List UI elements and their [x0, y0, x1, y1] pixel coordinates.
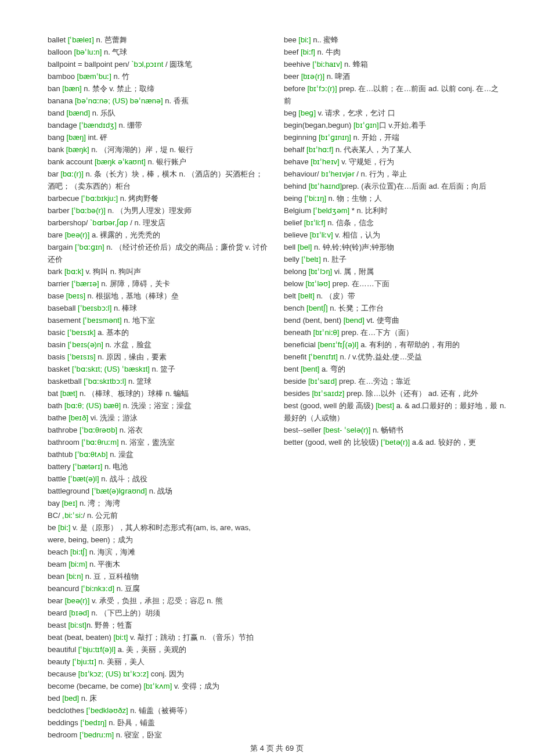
pronunciation: [ˈbæt(ə)l]	[68, 474, 99, 483]
vocab-entry: bandage [ˈbændɪdʒ] n. 绷带	[48, 119, 270, 131]
definition: n. 钟,铃;钟(铃)声;钟形物	[312, 243, 394, 251]
pronunciation: [ˈbɑːθrəʊb]	[80, 426, 117, 434]
vocab-entry: beauty [ˈbjuːtɪ] n. 美丽，美人	[48, 656, 270, 668]
headword: beef	[284, 48, 301, 56]
pronunciation: [bəˈluːn]	[74, 48, 102, 56]
vocab-entry: bark [bɑːk] v. 狗叫 n. 狗叫声	[48, 265, 270, 278]
pronunciation: [bɪˈhaɪnd]	[309, 182, 342, 190]
headword: bark	[48, 267, 64, 276]
headword: bend (bent, bent)	[284, 316, 344, 325]
headword: beer	[284, 72, 301, 81]
definition: n. 平衡木	[87, 560, 120, 568]
vocab-entry: bang [bæŋ] int. 砰	[48, 131, 270, 143]
vocab-entry: basement [ˈbeɪsmənt] n. 地下室	[48, 314, 270, 326]
headword: barrier	[48, 279, 71, 288]
vocab-entry: become (became, be come) [bɪˈkʌm] v. 变得；…	[48, 680, 270, 692]
headword: bathtub	[48, 450, 75, 459]
definition: n. 地下室	[122, 316, 155, 325]
columns-wrapper: ballet [ˈbæleɪ] n. 芭蕾舞balloon [bəˈluːn] …	[48, 34, 506, 741]
pronunciation: [ˈbeɪsmənt]	[83, 316, 122, 325]
headword: ban	[48, 84, 62, 93]
pronunciation: [ˈbæt(ə)lɡraʊnd]	[92, 487, 147, 495]
headword: bent	[284, 365, 301, 373]
pronunciation: [bentʃ]	[306, 304, 328, 312]
headword: better (good, well 的 比较级)	[284, 438, 381, 447]
vocab-entry: because [bɪˈkɔz; (US) bɪˈkɔːz] conj. 因为	[48, 668, 270, 680]
definition: n. 美丽，美人	[96, 657, 145, 666]
definition: n. 电池	[102, 462, 128, 471]
vocab-entry: bargain [ˈbɑːɡɪn] n. （经讨价还价后）成交的商品；廉价货 v…	[48, 241, 270, 265]
vocab-entry: bed [bed] n. 床	[48, 692, 270, 704]
pronunciation: [ˈbedkləʊðz]	[86, 706, 128, 715]
headword: bedclothes	[48, 706, 86, 715]
pronunciation: `bɑrbər,ʃɑp	[90, 218, 130, 227]
headword: Belgium	[284, 206, 313, 215]
vocab-entry: ballet [ˈbæleɪ] n. 芭蕾舞	[48, 34, 270, 46]
definition: v. 承受，负担，承担；忍受；容忍 n. 熊	[89, 596, 222, 605]
headword: become (became, be come)	[48, 682, 143, 690]
headword: bed	[48, 694, 62, 703]
vocab-entry: balloon [bəˈluːn] n. 气球	[48, 46, 270, 58]
headword: bandage	[48, 121, 79, 129]
headword: besides	[284, 389, 312, 398]
vocab-entry: bent [bent] a. 弯的	[284, 363, 506, 375]
headword: baseball	[48, 304, 78, 312]
definition: n. 根据地，基地（棒球）垒	[85, 291, 179, 300]
vocab-entry: bedroom [ˈbedruːm] n. 寝室，卧室	[48, 729, 270, 741]
vocab-entry: beef [biːf] n. 牛肉	[284, 46, 506, 58]
headword: battery	[48, 462, 73, 471]
vocab-entry: best (good, well 的最 高级) [best] a. & ad.口…	[284, 399, 506, 424]
pronunciation: `bɔl,pɔɪnt	[131, 60, 165, 69]
vocab-entry: barrier [ˈbærɪə] n. 屏障，障碍，关卡	[48, 278, 270, 290]
definition: n. （下巴上的）胡须	[89, 609, 160, 617]
definition: * n. 比利时	[349, 206, 388, 215]
vocab-entry: baseball [ˈbeɪsbɔːl] n. 棒球	[48, 302, 270, 314]
pronunciation: [ˈbeldʒəm]	[313, 206, 350, 215]
headword: belly	[284, 255, 301, 264]
pronunciation: [ˈbeɪsbɔːl]	[78, 304, 111, 312]
headword: beach	[48, 548, 70, 556]
pronunciation: [bæŋk]	[66, 145, 89, 154]
pronunciation: [bɪˈfɔː(r)]	[307, 84, 337, 93]
pronunciation: [bent]	[301, 365, 320, 373]
headword: BC/	[48, 511, 62, 520]
headword: bat	[48, 389, 60, 398]
definition: n. 篮球	[126, 377, 151, 386]
definition: v. 请求，乞求，乞讨 口	[316, 109, 395, 117]
pronunciation: [biːt]	[113, 633, 128, 642]
pronunciation: [ˈbɑːθruːm]	[82, 438, 119, 447]
definition: prep. (表示位置)在…后面 ad. 在后面；向后	[342, 182, 486, 190]
definition: n. 澡盆	[108, 450, 134, 459]
pronunciation: [biːm]	[68, 560, 87, 568]
definition: n. 湾； 海湾	[77, 499, 120, 507]
headword: bamboo	[48, 72, 77, 81]
headword: basis	[48, 352, 67, 361]
headword: band	[48, 109, 67, 117]
pronunciation: [bɪˈniːθ]	[313, 328, 340, 337]
vocab-entry: belief [bɪˈliːf] n. 信条，信念	[284, 217, 506, 229]
headword: be	[48, 523, 58, 532]
headword: base	[48, 291, 66, 300]
headword: bang	[48, 133, 67, 142]
pronunciation: [ˈbjuːtɪ]	[73, 657, 96, 666]
definition: v. 相信，认为	[333, 231, 380, 239]
definition: n. 气球	[102, 48, 127, 56]
definition: n. 乐队	[90, 109, 116, 117]
headword: barbershop/	[48, 218, 90, 227]
definition: n. 开始，开端	[351, 133, 399, 142]
vocab-entry: beach [biːtʃ] n. 海滨，海滩	[48, 546, 270, 558]
pronunciation: [ˈbærɪə]	[71, 279, 99, 288]
vocab-entry: beginning [bɪˈɡɪnɪŋ] n. 开始，开端	[284, 131, 506, 143]
headword: belong	[284, 267, 309, 276]
pronunciation: [bɪˈliːv]	[310, 231, 333, 239]
vocab-entry: bathtub [ˈbɑːθtʌb] n. 澡盆	[48, 448, 270, 460]
vocab-entry: benefit [ˈbenɪfɪt] n. / v.优势,益处,使…受益	[284, 351, 506, 363]
pronunciation: [biːst]	[68, 621, 86, 629]
definition: n. 床	[79, 694, 97, 703]
headword: beast	[48, 621, 68, 629]
definition: v. 守规矩，行为	[340, 157, 394, 166]
pronunciation: [benɪˈfɪʃ(ə)l]	[318, 340, 359, 349]
pronunciation: [ˈbɑːbə(r)]	[71, 206, 106, 215]
vocab-entry: basis [ˈbeɪsɪs] n. 原因，缘由，要素	[48, 351, 270, 363]
definition: prep. 在……下面	[330, 279, 389, 288]
